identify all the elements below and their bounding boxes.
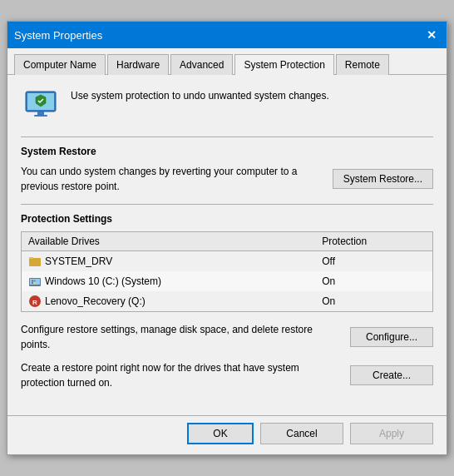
create-description: Create a restore point right now for the… bbox=[21, 360, 337, 390]
shield-computer-icon bbox=[21, 85, 61, 125]
svg-rect-4 bbox=[34, 115, 47, 117]
table-row[interactable]: SYSTEM_DRV Off bbox=[22, 251, 433, 272]
recovery-drive-icon: R bbox=[28, 295, 42, 308]
apply-button[interactable]: Apply bbox=[350, 423, 433, 444]
drive-name-2: Windows 10 (C:) (System) bbox=[22, 271, 316, 291]
tab-hardware[interactable]: Hardware bbox=[107, 54, 169, 75]
tab-computer-name[interactable]: Computer Name bbox=[14, 54, 106, 75]
drive-name-1: SYSTEM_DRV bbox=[22, 251, 316, 272]
divider-2 bbox=[21, 204, 433, 205]
window-title: System Properties bbox=[14, 29, 423, 42]
svg-text:R: R bbox=[32, 299, 37, 306]
drive-status-2: On bbox=[315, 271, 432, 291]
svg-rect-13 bbox=[34, 282, 36, 284]
protection-settings-label: Protection Settings bbox=[21, 213, 433, 225]
tab-content: Use system protection to undo unwanted s… bbox=[7, 75, 447, 409]
close-button[interactable]: ✕ bbox=[423, 27, 440, 43]
divider-1 bbox=[21, 136, 433, 137]
create-row: Create a restore point right now for the… bbox=[21, 360, 433, 390]
svg-rect-3 bbox=[37, 112, 44, 115]
system-restore-label: System Restore bbox=[21, 146, 433, 157]
svg-rect-5 bbox=[29, 258, 41, 266]
drive-status-1: Off bbox=[315, 251, 432, 272]
tab-remote[interactable]: Remote bbox=[336, 54, 389, 75]
tab-advanced[interactable]: Advanced bbox=[170, 54, 233, 75]
col-available-drives: Available Drives bbox=[22, 232, 316, 251]
col-protection: Protection bbox=[315, 232, 432, 251]
table-row[interactable]: Windows 10 (C:) (System) On bbox=[22, 271, 433, 291]
svg-rect-9 bbox=[32, 286, 38, 287]
header-section: Use system protection to undo unwanted s… bbox=[21, 85, 433, 125]
configure-description: Configure restore settings, manage disk … bbox=[21, 322, 337, 352]
drives-table: Available Drives Protection bbox=[21, 231, 433, 312]
create-button[interactable]: Create... bbox=[350, 365, 433, 385]
ok-button[interactable]: OK bbox=[187, 423, 254, 444]
folder-icon bbox=[28, 255, 42, 268]
system-restore-button[interactable]: System Restore... bbox=[333, 169, 433, 189]
tab-bar: Computer Name Hardware Advanced System P… bbox=[7, 48, 447, 75]
header-description: Use system protection to undo unwanted s… bbox=[71, 85, 329, 103]
bottom-buttons: OK Cancel Apply bbox=[7, 415, 447, 454]
protection-settings-section: Protection Settings Available Drives Pro… bbox=[21, 213, 433, 390]
svg-rect-11 bbox=[34, 280, 36, 282]
tab-system-protection[interactable]: System Protection bbox=[234, 54, 333, 75]
system-restore-description: You can undo system changes by reverting… bbox=[21, 164, 319, 194]
title-bar: System Properties ✕ bbox=[7, 22, 447, 48]
svg-rect-10 bbox=[32, 280, 33, 282]
drive-name-3: R Lenovo_Recovery (Q:) bbox=[22, 291, 316, 312]
system-properties-window: System Properties ✕ Computer Name Hardwa… bbox=[7, 21, 447, 455]
drive-status-3: On bbox=[315, 291, 432, 312]
system-restore-row: You can undo system changes by reverting… bbox=[21, 164, 433, 194]
windows-drive-icon bbox=[28, 275, 42, 288]
cancel-button[interactable]: Cancel bbox=[260, 423, 343, 444]
configure-button[interactable]: Configure... bbox=[350, 327, 433, 347]
svg-rect-12 bbox=[32, 282, 33, 284]
table-row[interactable]: R Lenovo_Recovery (Q:) On bbox=[22, 291, 433, 312]
svg-rect-8 bbox=[33, 285, 37, 286]
configure-row: Configure restore settings, manage disk … bbox=[21, 322, 433, 352]
